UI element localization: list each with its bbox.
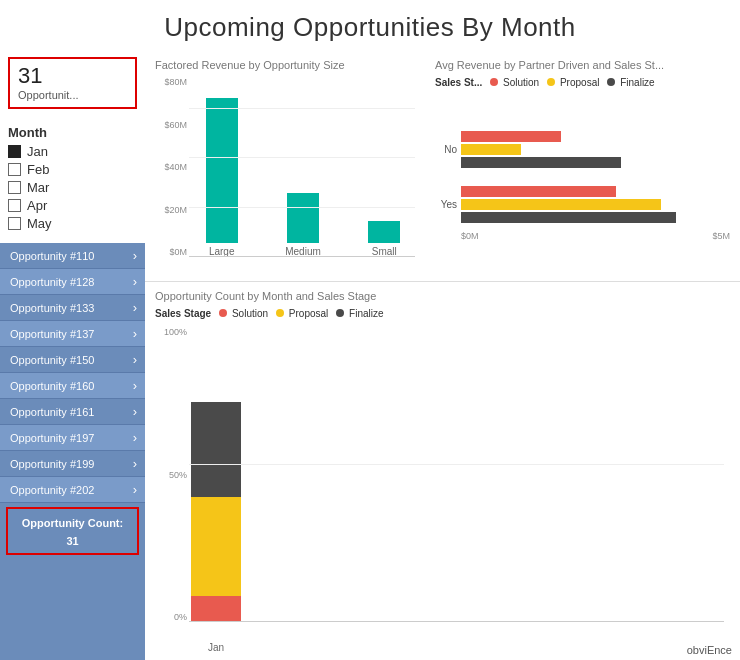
- bar-medium-rect: [287, 193, 319, 243]
- stacked-bar-chart: Opportunity Count by Month and Sales Sta…: [145, 282, 740, 660]
- grid-line: [189, 207, 415, 208]
- filter-item-feb[interactable]: Feb: [8, 162, 137, 177]
- list-footer: Opportunity Count: 31: [6, 507, 139, 555]
- hbar-bars-no: [461, 131, 621, 168]
- chevron-right-icon: ›: [133, 430, 137, 445]
- checkbox-apr[interactable]: [8, 199, 21, 212]
- checkbox-jan[interactable]: [8, 145, 21, 158]
- checkbox-may[interactable]: [8, 217, 21, 230]
- list-item[interactable]: Opportunity #197 ›: [0, 425, 145, 451]
- chevron-right-icon: ›: [133, 352, 137, 367]
- filter-label-feb: Feb: [27, 162, 49, 177]
- list-item[interactable]: Opportunity #110 ›: [0, 243, 145, 269]
- hbar-solution-no: [461, 131, 561, 142]
- stacked-grid-50: [189, 464, 724, 465]
- finalize-dot3: [336, 309, 344, 317]
- stacked-bar-segments: [191, 402, 241, 622]
- chart1-title: Factored Revenue by Opportunity Size: [155, 59, 415, 71]
- hbar-finalize-yes: [461, 212, 676, 223]
- list-item[interactable]: Opportunity #128 ›: [0, 269, 145, 295]
- y-axis-labels: $80M $60M $40M $20M $0M: [155, 77, 189, 257]
- checkbox-feb[interactable]: [8, 163, 21, 176]
- opportunity-list: Opportunity #110 › Opportunity #128 › Op…: [0, 243, 145, 660]
- filter-item-jan[interactable]: Jan: [8, 144, 137, 159]
- filter-section: Month Jan Feb Mar Apr: [0, 119, 145, 235]
- grid-line: [189, 157, 415, 158]
- hbar-bars-yes: [461, 186, 676, 223]
- charts-top-row: Factored Revenue by Opportunity Size $80…: [145, 51, 740, 281]
- branding-label: obviEnce: [687, 644, 732, 656]
- hbar-finalize-no: [461, 157, 621, 168]
- filter-item-apr[interactable]: Apr: [8, 198, 137, 213]
- bar-large: Large: [191, 98, 252, 257]
- hbar-label-no: No: [435, 144, 457, 155]
- legend-proposal3: Proposal: [276, 308, 328, 319]
- left-panel: 31 Opportunit... Month Jan Feb Mar: [0, 51, 145, 660]
- solution-dot3: [219, 309, 227, 317]
- list-item[interactable]: Opportunity #137 ›: [0, 321, 145, 347]
- page-title: Upcoming Opportunities By Month: [0, 0, 740, 51]
- list-item[interactable]: Opportunity #202 ›: [0, 477, 145, 503]
- chart3-title: Opportunity Count by Month and Sales Sta…: [155, 290, 724, 302]
- legend-solution3: Solution: [219, 308, 268, 319]
- chevron-right-icon: ›: [133, 456, 137, 471]
- chevron-right-icon: ›: [133, 326, 137, 341]
- stacked-y-labels: 100% 50% 0%: [155, 327, 189, 622]
- bar-chart-inner: $80M $60M $40M $20M $0M: [155, 77, 415, 275]
- filter-item-may[interactable]: May: [8, 216, 137, 231]
- finalize-dot: [607, 78, 615, 86]
- chevron-right-icon: ›: [133, 378, 137, 393]
- grid-line: [189, 108, 415, 109]
- list-item[interactable]: Opportunity #160 ›: [0, 373, 145, 399]
- filter-label-apr: Apr: [27, 198, 47, 213]
- segment-solution: [191, 596, 241, 622]
- x-axis-line: [189, 256, 415, 257]
- legend-sales-stage-label: Sales St...: [435, 77, 482, 88]
- stacked-bar-jan: [191, 402, 241, 622]
- bar-small: Small: [354, 221, 415, 257]
- chevron-right-icon: ›: [133, 482, 137, 497]
- filter-title: Month: [8, 125, 137, 140]
- proposal-dot3: [276, 309, 284, 317]
- hbar-section: No Yes: [435, 96, 730, 275]
- segment-proposal: [191, 497, 241, 596]
- hbar-x-labels: $0M $5M: [435, 231, 730, 241]
- list-item[interactable]: Opportunity #161 ›: [0, 399, 145, 425]
- filter-label-mar: Mar: [27, 180, 49, 195]
- avg-revenue-chart: Avg Revenue by Partner Driven and Sales …: [425, 51, 740, 281]
- hbar-solution-yes: [461, 186, 616, 197]
- chevron-right-icon: ›: [133, 248, 137, 263]
- bar-medium: Medium: [272, 193, 333, 257]
- list-item[interactable]: Opportunity #199 ›: [0, 451, 145, 477]
- chart2-title: Avg Revenue by Partner Driven and Sales …: [435, 59, 730, 71]
- bar-small-rect: [368, 221, 400, 243]
- legend-solution: Solution: [490, 77, 539, 88]
- legend-finalize: Finalize: [607, 77, 654, 88]
- hbar-row-yes: Yes: [435, 186, 730, 223]
- chevron-right-icon: ›: [133, 274, 137, 289]
- list-item[interactable]: Opportunity #133 ›: [0, 295, 145, 321]
- chevron-right-icon: ›: [133, 404, 137, 419]
- filter-item-mar[interactable]: Mar: [8, 180, 137, 195]
- solution-dot: [490, 78, 498, 86]
- kpi-label: Opportunit...: [18, 89, 127, 101]
- chart3-legend: Sales Stage Solution Proposal Finalize: [155, 308, 724, 319]
- kpi-box[interactable]: 31 Opportunit...: [8, 57, 137, 109]
- factored-revenue-chart: Factored Revenue by Opportunity Size $80…: [145, 51, 425, 281]
- stacked-chart-area: 100% 50% 0%: [155, 327, 724, 653]
- hbar-label-yes: Yes: [435, 199, 457, 210]
- hbar-proposal-no: [461, 144, 521, 155]
- stacked-x-label-jan: Jan: [191, 642, 241, 653]
- stacked-x-axis: [189, 621, 724, 622]
- list-footer-text: Opportunity Count: 31: [22, 517, 123, 547]
- legend-proposal: Proposal: [547, 77, 599, 88]
- legend-sales-stage-label3: Sales Stage: [155, 308, 211, 319]
- bar-chart-area: $80M $60M $40M $20M $0M: [155, 77, 415, 275]
- filter-label-jan: Jan: [27, 144, 48, 159]
- proposal-dot: [547, 78, 555, 86]
- hbar-row-no: No: [435, 131, 730, 168]
- checkbox-mar[interactable]: [8, 181, 21, 194]
- hbar-proposal-yes: [461, 199, 661, 210]
- stacked-inner: 100% 50% 0%: [155, 327, 724, 642]
- list-item[interactable]: Opportunity #150 ›: [0, 347, 145, 373]
